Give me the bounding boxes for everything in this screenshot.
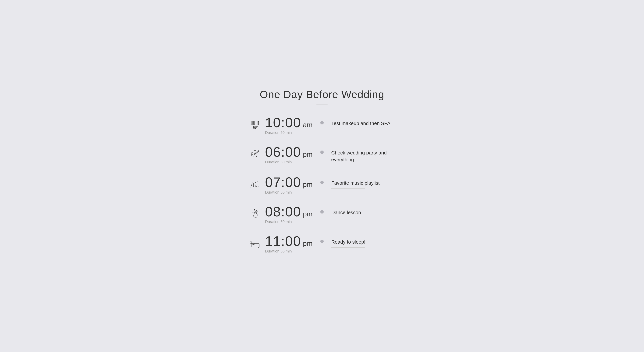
time-ampm-1: am <box>303 121 313 129</box>
timeline-item-4: 08:00 pm Duration 60 min Dance lesson <box>237 205 407 224</box>
svg-rect-14 <box>250 242 252 247</box>
svg-rect-4 <box>256 121 257 125</box>
duration-1: Duration 60 min <box>265 130 292 135</box>
svg-rect-5 <box>258 121 258 125</box>
left-side-5: 11:00 pm Duration 60 min <box>237 234 320 253</box>
event-divider-4 <box>331 218 365 218</box>
svg-rect-13 <box>250 244 259 247</box>
timeline-dot-1 <box>320 121 324 124</box>
left-side-4: 08:00 pm Duration 60 min <box>237 205 320 224</box>
time-block-5: 11:00 pm Duration 60 min <box>265 234 313 253</box>
svg-point-12 <box>254 209 255 210</box>
duration-3: Duration 60 min <box>265 190 292 195</box>
timeline-item-5: 11:00 pm Duration 60 min Ready to sleep! <box>237 234 407 253</box>
svg-rect-1 <box>251 121 252 125</box>
duration-4: Duration 60 min <box>265 220 292 224</box>
event-title-2: Check wedding party and everything <box>331 149 407 163</box>
time-block-1: 10:00 am Duration 60 min <box>265 116 313 135</box>
timeline-dot-4 <box>320 210 324 214</box>
time-digits-4: 08:00 <box>265 205 301 219</box>
dance-icon <box>248 208 261 221</box>
svg-point-8 <box>250 187 251 188</box>
timeline-dot-5 <box>320 240 324 243</box>
right-side-3: Favorite music playlist <box>324 175 407 188</box>
event-title-4: Dance lesson <box>331 209 407 216</box>
time-ampm-4: pm <box>303 210 313 218</box>
svg-point-6 <box>254 150 256 152</box>
timeline-item-3: 07:00 pm Duration 60 min Favorite music … <box>237 175 407 195</box>
left-side-3: 07:00 pm Duration 60 min <box>237 175 320 195</box>
event-divider-3 <box>331 188 365 189</box>
right-side-1: Test makeup and then SPA <box>324 116 407 129</box>
right-side-4: Dance lesson <box>324 205 407 218</box>
time-ampm-3: pm <box>303 181 313 189</box>
sleep-icon <box>248 237 261 251</box>
right-side-5: Ready to sleep! <box>324 234 407 247</box>
svg-rect-2 <box>253 121 254 125</box>
timeline-dot-3 <box>320 181 324 184</box>
time-block-2: 06:00 pm Duration 60 min <box>265 145 313 164</box>
time-digits-1: 10:00 <box>265 116 301 129</box>
time-ampm-2: pm <box>303 150 313 158</box>
title-divider <box>316 104 328 104</box>
timeline: 10:00 am Duration 60 min Test makeup and… <box>237 116 407 264</box>
spa-icon <box>248 119 261 132</box>
svg-point-7 <box>252 182 252 183</box>
event-divider-1 <box>331 129 365 129</box>
duration-5: Duration 60 min <box>265 249 292 253</box>
page-container: One Day Before Wedding <box>237 88 407 264</box>
timeline-item-1: 10:00 am Duration 60 min Test makeup and… <box>237 116 407 135</box>
event-title-1: Test makeup and then SPA <box>331 120 407 127</box>
time-digits-5: 11:00 <box>265 234 301 248</box>
time-ampm-5: pm <box>303 240 313 248</box>
event-divider-2 <box>331 165 365 165</box>
left-side-2: 06:00 pm Duration 60 min <box>237 145 320 164</box>
right-side-2: Check wedding party and everything <box>324 145 407 165</box>
svg-rect-0 <box>251 121 258 122</box>
left-side-1: 10:00 am Duration 60 min <box>237 116 320 135</box>
music-icon <box>248 178 261 192</box>
svg-point-9 <box>258 186 258 187</box>
timeline-dot-2 <box>320 150 324 154</box>
time-digits-3: 07:00 <box>265 175 301 189</box>
page-title: One Day Before Wedding <box>260 88 384 100</box>
timeline-item-2: 06:00 pm Duration 60 min Check wedding p… <box>237 145 407 165</box>
duration-2: Duration 60 min <box>265 160 292 164</box>
time-block-3: 07:00 pm Duration 60 min <box>265 175 313 195</box>
wedding-party-icon <box>248 148 261 161</box>
event-divider-5 <box>331 247 365 248</box>
time-digits-2: 06:00 <box>265 145 301 159</box>
time-block-4: 08:00 pm Duration 60 min <box>265 205 313 224</box>
event-title-3: Favorite music playlist <box>331 180 407 186</box>
svg-point-17 <box>253 243 254 245</box>
svg-rect-3 <box>254 121 255 125</box>
event-title-5: Ready to sleep! <box>331 239 407 245</box>
